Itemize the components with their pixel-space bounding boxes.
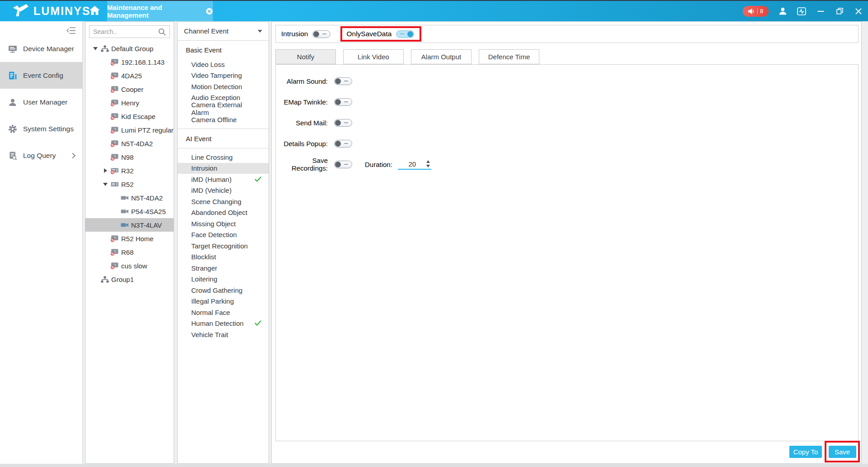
event-item-vehicle-trait[interactable]: Vehicle Trait [178,329,269,340]
tree-node-r52-home[interactable]: ?R52 Home [85,232,174,245]
tree-node-kid-escape[interactable]: ?Kid Escape [85,110,174,123]
caret-down-icon [258,30,262,33]
tree-node-r32[interactable]: R32 [85,164,174,177]
tree-node-cus-slow[interactable]: ?cus slow [85,259,174,272]
details-popup-toggle[interactable] [334,140,352,148]
tree-node-n98[interactable]: ?N98 [85,150,174,164]
toggle-track-dash [344,143,348,144]
tab-close-icon[interactable] [206,8,213,15]
camera-icon [121,195,131,201]
alarm-sound-toggle[interactable] [334,77,352,85]
event-item-label: Crowd Gathering [191,286,242,294]
expand-arrow-icon[interactable] [103,183,108,186]
sidebar-item-device-manager[interactable]: Device Manager [0,35,82,62]
intrusion-toggle[interactable] [312,30,330,38]
user-button[interactable] [778,5,788,18]
toggle-knob [335,162,341,167]
save-recordings-toggle[interactable] [334,161,352,168]
sidebar-item-user-manager[interactable]: User Manager [0,89,82,115]
tree-node-r68[interactable]: ?R68 [85,245,174,259]
event-item-face-detection[interactable]: Face Detection [178,229,269,241]
event-item-normal-face[interactable]: Normal Face [178,307,269,318]
home-icon [90,6,100,17]
tree-node-n5t-4da2[interactable]: N5T-4DA2 [85,191,174,205]
toggle-knob [335,141,341,147]
send-mail-toggle[interactable] [334,119,352,127]
event-item-abandoned-object[interactable]: Abandoned Object [178,207,269,219]
expand-arrow-icon[interactable] [93,47,98,50]
event-item-scene-changing[interactable]: Scene Changing [178,196,269,207]
device-tree-panel: Default Group?192.168.1.143?4DA25?Cooper… [85,21,174,464]
step-down-icon[interactable] [426,165,430,167]
tree-node-192-168-1-143[interactable]: ?192.168.1.143 [85,55,174,69]
chevron-right-icon [71,152,76,159]
event-item-label: Loitering [191,275,217,283]
event-item-label: Blocklist [191,253,216,261]
device-offline-icon: ? [111,126,121,133]
tree-node-label: Cooper [121,86,143,93]
tab-notify[interactable]: Notify [275,49,336,64]
monitor-activity-button[interactable] [797,5,807,18]
tree-node-n5t-4da2[interactable]: ?N5T-4DA2 [85,137,174,150]
event-category-dropdown[interactable]: Channel Event [178,22,269,41]
minimize-button[interactable] [816,5,826,18]
home-button[interactable] [84,1,105,21]
tree-node-lumi-ptz-regular[interactable]: ?Lumi PTZ regular [85,123,174,137]
restore-button[interactable] [835,5,844,18]
tree-node-group1[interactable]: Group1 [85,272,174,286]
event-item-target-recognition[interactable]: Target Recognition [178,240,269,252]
event-item-video-loss[interactable]: Video Loss [178,59,269,70]
onlysavedata-toggle[interactable] [396,30,414,38]
sidebar-menu: Device ManagerEvent ConfigUser ManagerSy… [0,35,82,169]
tree-node-cooper[interactable]: ?Cooper [85,82,174,96]
save-button[interactable]: Save [829,446,856,458]
tree-node-default-group[interactable]: Default Group [85,42,174,55]
duration-input[interactable]: 20 [398,159,431,170]
check-icon [255,320,261,326]
toggle-track-dash [344,164,348,165]
event-item-video-tampering[interactable]: Video Tampering [178,70,269,81]
tab-alarm-output[interactable]: Alarm Output [411,49,472,64]
event-item-imd-human[interactable]: iMD (Human) [178,174,269,185]
event-item-illegal-parking[interactable]: Illegal Parking [178,296,269,307]
event-item-crowd-gathering[interactable]: Crowd Gathering [178,285,269,296]
copy-to-button[interactable]: Copy To [789,446,822,458]
collapse-sidebar-button[interactable] [66,27,76,36]
event-item-human-detection[interactable]: Human Detection [178,318,269,329]
sidebar-item-event-config[interactable]: Event Config [0,62,82,89]
toggle-knob [335,99,341,105]
event-item-motion-detection[interactable]: Motion Detection [178,81,269,92]
event-item-missing-object[interactable]: Missing Object [178,218,269,229]
collapse-arrow-icon[interactable] [104,168,107,173]
tab-maintenance-and-management[interactable]: Maintenance and Management [107,1,213,21]
event-item-imd-vehicle[interactable]: iMD (Vehicle) [178,185,269,196]
event-item-stranger[interactable]: Stranger [178,262,269,274]
emap-twinkle-toggle[interactable] [334,98,352,106]
duration-stepper[interactable] [426,160,430,167]
event-item-line-crossing[interactable]: Line Crossing [178,152,269,163]
tree-node-n3t-4lav[interactable]: N3T-4LAV [85,218,174,232]
tree-node-label: R52 Home [121,235,154,243]
event-item-label: Stranger [191,264,217,272]
event-item-camera-external-alarm[interactable]: Camera External Alarm [178,103,269,114]
event-item-intrusion[interactable]: Intrusion [178,163,269,174]
tree-node-r52[interactable]: R52 [85,177,174,191]
tab-link-video[interactable]: Link Video [343,49,404,64]
search-box[interactable] [89,25,170,38]
sidebar-item-log-query[interactable]: Log Query [0,142,82,169]
highlight-red-box: OnlySaveData [340,26,421,42]
search-input[interactable] [93,28,156,35]
tree-node-label: R68 [121,248,134,256]
event-item-loitering[interactable]: Loitering [178,274,269,285]
sidebar-item-system-settings[interactable]: System Settings [0,115,82,142]
tree-node-henry[interactable]: ?Henry [85,96,174,110]
alarm-badge[interactable]: 8 [743,6,769,17]
tree-node-p54-4sa25[interactable]: P54-4SA25 [85,205,174,218]
close-button[interactable] [854,5,863,18]
tree-node-4da25[interactable]: ?4DA25 [85,69,174,82]
section-divider [178,148,269,148]
step-up-icon[interactable] [426,160,430,163]
event-item-blocklist[interactable]: Blocklist [178,252,269,263]
tab-defence-time[interactable]: Defence Time [479,49,539,64]
setting-label: EMap Twinkle: [276,98,328,106]
